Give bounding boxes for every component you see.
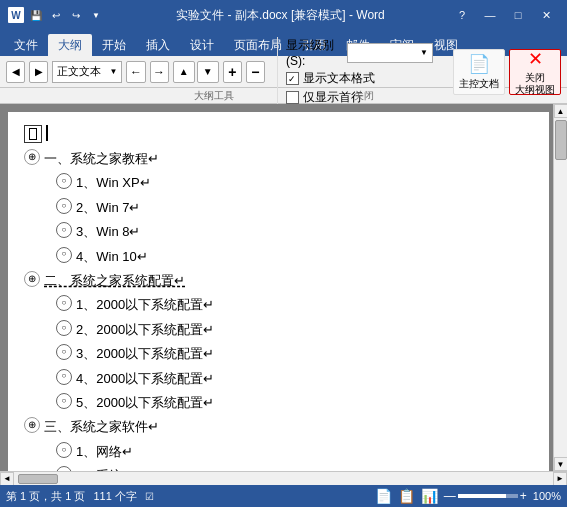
- outline-item-1: ⊕ 一、系统之家教程↵: [24, 147, 533, 170]
- customize-icon[interactable]: ▼: [88, 7, 104, 23]
- tab-design[interactable]: 设计: [180, 34, 224, 56]
- next-btn[interactable]: →: [150, 61, 169, 83]
- outline-item-9: ○ 3、2000以下系统配置↵: [56, 342, 533, 365]
- h-scroll-thumb[interactable]: [18, 474, 58, 484]
- status-right: 📄 📋 📊 — + 100%: [375, 488, 561, 504]
- master-doc-button[interactable]: 📄 主控文档: [453, 49, 505, 95]
- outline-item-8: ○ 2、2000以下系统配置↵: [56, 318, 533, 341]
- collapse-btn[interactable]: −: [246, 61, 265, 83]
- show-level-dropdown[interactable]: ▼: [347, 43, 433, 63]
- outline-item-6: ⊕ 二、系统之家系统配置↵: [24, 269, 533, 292]
- maximize-button[interactable]: □: [505, 5, 531, 25]
- item-9-text: 3、2000以下系统配置↵: [76, 342, 533, 365]
- expand-btn-1[interactable]: ⊕: [24, 149, 40, 165]
- status-left: 第 1 页，共 1 页 111 个字 ☑: [6, 489, 154, 504]
- expand-btn-6[interactable]: ⊕: [24, 271, 40, 287]
- vertical-scrollbar[interactable]: ▲ ▼: [553, 104, 567, 471]
- show-level-label: 显示级别(S):: [286, 37, 343, 68]
- zoom-plus[interactable]: +: [520, 489, 527, 503]
- page-info: 第 1 页，共 1 页: [6, 489, 85, 504]
- zoom-control[interactable]: — + 100%: [444, 489, 561, 503]
- bullet-10: ○: [56, 369, 72, 385]
- close-outline-icon: ✕: [528, 48, 543, 70]
- outline-arrows: ▲ ▼: [173, 61, 219, 83]
- outline-item-14: ○ 2、系统↵: [56, 464, 533, 471]
- bullet-9: ○: [56, 344, 72, 360]
- tab-file[interactable]: 文件: [4, 34, 48, 56]
- outline-item-10: ○ 4、2000以下系统配置↵: [56, 367, 533, 390]
- outline-item-13: ○ 1、网络↵: [56, 440, 533, 463]
- item-2-text: 1、Win XP↵: [76, 171, 533, 194]
- title-bar: W 💾 ↩ ↪ ▼ 实验文件 - 副本.docx [兼容模式] - Word ?…: [0, 0, 567, 30]
- document-wrapper: ⊕ 一、系统之家教程↵ ○ 1、Win XP↵ ○ 2、Win 7↵ ○ 3、W…: [0, 104, 567, 471]
- zoom-percent: 100%: [533, 490, 561, 502]
- show-format-row: ✓ 显示文本格式: [286, 70, 433, 87]
- style-dropdown[interactable]: 正文文本 ▼: [52, 61, 122, 83]
- item-3-text: 2、Win 7↵: [76, 196, 533, 219]
- outline-promote-btn[interactable]: ◀: [6, 61, 25, 83]
- item-8-text: 2、2000以下系统配置↵: [76, 318, 533, 341]
- bullet-5: ○: [56, 247, 72, 263]
- move-up-btn[interactable]: ▲: [173, 61, 195, 83]
- scroll-left-btn[interactable]: ◄: [0, 472, 14, 486]
- undo-icon[interactable]: ↩: [48, 7, 64, 23]
- expand-btn-12[interactable]: ⊕: [24, 417, 40, 433]
- show-format-checkbox[interactable]: ✓: [286, 72, 299, 85]
- minimize-button[interactable]: —: [477, 5, 503, 25]
- item-10-text: 4、2000以下系统配置↵: [76, 367, 533, 390]
- bullet-4: ○: [56, 222, 72, 238]
- doc-icon-3: 📊: [421, 488, 438, 504]
- horizontal-scrollbar[interactable]: ◄ ►: [0, 471, 567, 485]
- status-bar: 第 1 页，共 1 页 111 个字 ☑ 📄 📋 📊 — + 100%: [0, 485, 567, 507]
- expand-btn[interactable]: +: [223, 61, 242, 83]
- move-down-btn[interactable]: ▼: [197, 61, 219, 83]
- tab-outline[interactable]: 大纲: [48, 34, 92, 56]
- edit-box: [24, 125, 42, 143]
- show-level-row: 显示级别(S): ▼: [286, 37, 433, 68]
- scroll-right-btn[interactable]: ►: [553, 472, 567, 486]
- close-outline-button[interactable]: ✕ 关闭 大纲视图: [509, 49, 561, 95]
- show-level-arrow: ▼: [420, 48, 428, 57]
- item-1-text: 一、系统之家教程↵: [44, 147, 533, 170]
- zoom-slider[interactable]: [458, 494, 518, 498]
- show-format-label: 显示文本格式: [303, 70, 375, 87]
- show-firstline-checkbox[interactable]: [286, 91, 299, 104]
- item-4-text: 3、Win 8↵: [76, 220, 533, 243]
- char-count: 111 个字: [93, 489, 136, 504]
- tab-insert[interactable]: 插入: [136, 34, 180, 56]
- bullet-13: ○: [56, 442, 72, 458]
- master-doc-icon: 📄: [468, 53, 490, 75]
- outline-item-4: ○ 3、Win 8↵: [56, 220, 533, 243]
- redo-icon[interactable]: ↪: [68, 7, 84, 23]
- outline-item-5: ○ 4、Win 10↵: [56, 245, 533, 268]
- save-icon[interactable]: 💾: [28, 7, 44, 23]
- outline-item-3: ○ 2、Win 7↵: [56, 196, 533, 219]
- prev-btn[interactable]: ←: [126, 61, 145, 83]
- scroll-thumb[interactable]: [555, 120, 567, 160]
- outline-demote-btn[interactable]: ▶: [29, 61, 48, 83]
- right-buttons: 📄 主控文档 ✕ 关闭 大纲视图: [453, 49, 561, 95]
- tab-home[interactable]: 开始: [92, 34, 136, 56]
- outline-item-12: ⊕ 三、系统之家软件↵: [24, 415, 533, 438]
- edit-cursor: [46, 125, 48, 141]
- title-text: 实验文件 - 副本.docx [兼容模式] - Word: [112, 7, 449, 24]
- outline-item-11: ○ 5、2000以下系统配置↵: [56, 391, 533, 414]
- outline-toolbar: ◀ ▶ 正文文本 ▼ ← → ▲ ▼ + − 显示级别(S): ▼: [0, 56, 567, 88]
- doc-icon-2: 📋: [398, 488, 415, 504]
- bullet-8: ○: [56, 320, 72, 336]
- word-icon: W: [8, 7, 24, 23]
- style-dropdown-arrow: ▼: [109, 67, 117, 76]
- zoom-minus[interactable]: —: [444, 489, 456, 503]
- scroll-down-btn[interactable]: ▼: [554, 457, 568, 471]
- item-7-text: 1、2000以下系统配置↵: [76, 293, 533, 316]
- track-changes-icon: ☑: [145, 491, 154, 502]
- bullet-7: ○: [56, 295, 72, 311]
- editing-row[interactable]: [24, 125, 533, 143]
- document-content[interactable]: ⊕ 一、系统之家教程↵ ○ 1、Win XP↵ ○ 2、Win 7↵ ○ 3、W…: [8, 112, 549, 471]
- outline-tools-label: 大纲工具: [194, 89, 234, 103]
- zoom-fill: [458, 494, 506, 498]
- item-5-text: 4、Win 10↵: [76, 245, 533, 268]
- help-button[interactable]: ?: [449, 5, 475, 25]
- close-button[interactable]: ✕: [533, 5, 559, 25]
- scroll-up-btn[interactable]: ▲: [554, 104, 568, 118]
